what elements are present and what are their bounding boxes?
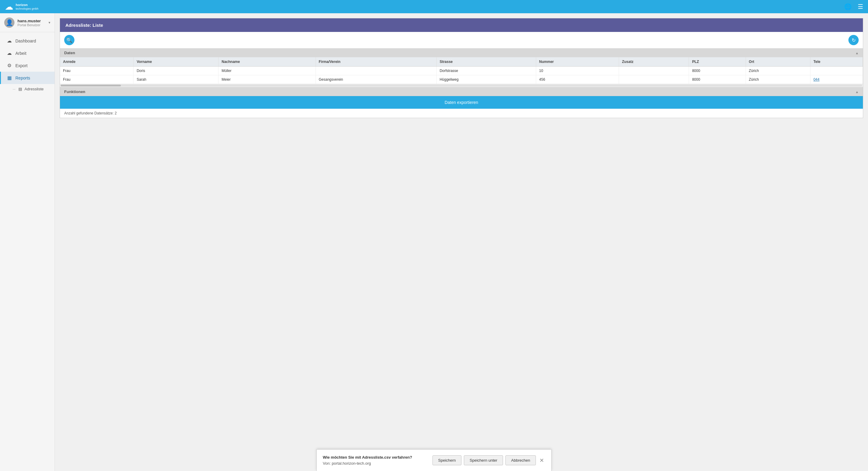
sidebar-sub-item-label: Adressliste [24, 87, 44, 91]
cell-1: Doris [133, 67, 218, 75]
col-firma: Firma/Verein [315, 57, 436, 67]
cell-4: Dorfstrasse [436, 67, 536, 75]
save-as-button[interactable]: Speichern unter [464, 455, 503, 465]
table-wrapper: Anrede Vorname Nachname Firma/Verein Str… [60, 57, 863, 84]
cell-1: Sarah [133, 75, 218, 84]
col-tele: Tele [810, 57, 863, 67]
user-role: Portal Benutzer [18, 23, 41, 27]
col-ort: Ort [746, 57, 810, 67]
cell-6 [619, 75, 689, 84]
avatar: 👤 [4, 18, 14, 28]
data-table: Anrede Vorname Nachname Firma/Verein Str… [60, 57, 863, 84]
cell-7: 8000 [689, 75, 746, 84]
col-anrede: Anrede [60, 57, 133, 67]
save-button[interactable]: Speichern [433, 455, 462, 465]
daten-label: Daten [64, 51, 75, 55]
dialog-message-line2: Von: portal.horizon-tech.org [323, 461, 428, 467]
col-nachname: Nachname [218, 57, 315, 67]
funktionen-section: Funktionen ▲ Daten exportieren [60, 87, 863, 109]
top-bar: ☁ horizon technologies gmbh 🌐 ☰ [0, 0, 868, 13]
sidebar-item-label: Export [16, 63, 27, 68]
records-count: Anzahl gefundene Datensätze: 2 [60, 109, 863, 118]
cell-2: Meier [218, 75, 315, 84]
dialog-text: Wie möchten Sie mit Adressliste.csv verf… [323, 455, 428, 466]
sidebar-item-export[interactable]: ⚙ Export [0, 59, 55, 72]
sidebar-item-label: Reports [16, 76, 30, 80]
phone-link[interactable]: 044 [813, 77, 819, 81]
chevron-down-icon: ▾ [49, 21, 50, 25]
top-bar-actions: 🌐 ☰ [844, 3, 863, 10]
list-icon: ▤ [19, 87, 22, 91]
table-header-row: Anrede Vorname Nachname Firma/Verein Str… [60, 57, 863, 67]
search-icon: 🔍 [66, 37, 72, 43]
table-row[interactable]: FrauSarahMeierGesangsvereinHüggeliweg456… [60, 75, 863, 84]
export-button[interactable]: Daten exportieren [60, 96, 863, 109]
dashboard-icon: ☁ [6, 38, 12, 44]
cell-5: 10 [536, 67, 619, 75]
main-content: Adressliste: Liste 🔍 ↻ Daten ▲ [55, 13, 868, 471]
col-strasse: Strasse [436, 57, 536, 67]
refresh-icon: ↻ [852, 37, 856, 43]
horizontal-scrollbar[interactable] [60, 84, 863, 87]
search-bar: 🔍 ↻ [60, 32, 863, 48]
funktionen-section-header: Funktionen ▲ [60, 87, 863, 96]
user-profile[interactable]: 👤 hans.muster Portal Benutzer ▾ [0, 13, 55, 32]
export-icon: ⚙ [6, 63, 12, 68]
col-nummer: Nummer [536, 57, 619, 67]
arbeit-icon: ☁ [6, 50, 12, 56]
cell-9 [810, 67, 863, 75]
cell-7: 8000 [689, 67, 746, 75]
table-row[interactable]: FrauDorisMüllerDorfstrasse108000Zürich [60, 67, 863, 75]
collapse-icon[interactable]: ▲ [855, 51, 859, 55]
cell-4: Hüggeliweg [436, 75, 536, 84]
cell-5: 456 [536, 75, 619, 84]
scrollbar-thumb[interactable] [61, 85, 121, 87]
sidebar-item-dashboard[interactable]: ☁ Dashboard [0, 35, 55, 47]
sidebar-nav: ☁ Dashboard ☁ Arbeit ⚙ Export ▦ Reports … [0, 32, 55, 94]
col-vorname: Vorname [133, 57, 218, 67]
refresh-button[interactable]: ↻ [848, 35, 859, 45]
cell-8: Zürich [746, 67, 810, 75]
dialog-actions: Speichern Speichern unter Abbrechen ✕ [433, 455, 545, 465]
cell-8: Zürich [746, 75, 810, 84]
col-zusatz: Zusatz [619, 57, 689, 67]
sidebar: 👤 hans.muster Portal Benutzer ▾ ☁ Dashbo… [0, 13, 55, 471]
ellipsis-icon: ··· [13, 87, 16, 91]
download-dialog-overlay: Wie möchten Sie mit Adressliste.csv verf… [0, 449, 868, 471]
username: hans.muster [18, 19, 41, 23]
cancel-button[interactable]: Abbrechen [505, 455, 536, 465]
reports-icon: ▦ [6, 75, 12, 81]
cell-3: Gesangsverein [315, 75, 436, 84]
col-plz: PLZ [689, 57, 746, 67]
cell-9: 044 [810, 75, 863, 84]
daten-section-header: Daten ▲ [60, 48, 863, 57]
content-card: Adressliste: Liste 🔍 ↻ Daten ▲ [60, 18, 863, 118]
sidebar-item-adressliste[interactable]: ··· ▤ Adressliste [0, 84, 55, 94]
cell-2: Müller [218, 67, 315, 75]
collapse-icon-funktionen[interactable]: ▲ [855, 90, 859, 94]
logo-subtext: technologies gmbh [16, 7, 38, 10]
content-header: Adressliste: Liste [60, 19, 863, 32]
download-dialog: Wie möchten Sie mit Adressliste.csv verf… [316, 449, 552, 471]
sidebar-item-arbeit[interactable]: ☁ Arbeit [0, 47, 55, 59]
cloud-icon: ☁ [5, 2, 13, 12]
sidebar-item-reports[interactable]: ▦ Reports [0, 72, 55, 84]
close-button[interactable]: ✕ [538, 456, 545, 465]
menu-button[interactable]: ☰ [858, 3, 863, 10]
logo: ☁ horizon technologies gmbh [5, 2, 38, 12]
cell-0: Frau [60, 67, 133, 75]
sidebar-item-label: Dashboard [16, 38, 36, 43]
sidebar-item-label: Arbeit [16, 51, 27, 56]
globe-button[interactable]: 🌐 [844, 3, 852, 10]
search-button[interactable]: 🔍 [64, 35, 74, 45]
funktionen-label: Funktionen [64, 90, 85, 94]
cell-3 [315, 67, 436, 75]
scrollbar-track [61, 85, 862, 87]
page-title: Adressliste: Liste [65, 23, 103, 28]
cell-0: Frau [60, 75, 133, 84]
cell-6 [619, 67, 689, 75]
dialog-message-line1: Wie möchten Sie mit Adressliste.csv verf… [323, 455, 428, 461]
logo-text: horizon [16, 3, 38, 7]
